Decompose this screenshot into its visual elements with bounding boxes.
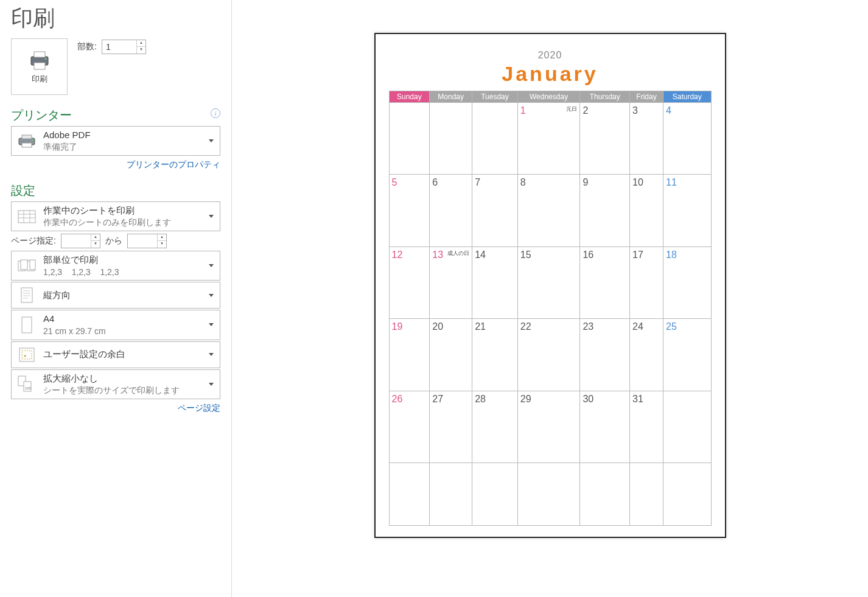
preview-page: 2020 January SundayMondayTuesdayWednesda… — [374, 33, 726, 538]
caret-down-icon — [209, 383, 214, 386]
calendar-day-number: 11 — [666, 177, 677, 187]
calendar-cell: 15 — [517, 246, 580, 318]
orientation-select[interactable]: 縦方向 — [11, 282, 220, 309]
page-icon — [16, 316, 37, 333]
calendar-cell: 20 — [430, 319, 472, 391]
chevron-up-icon[interactable]: ▲ — [137, 40, 145, 47]
calendar-cell: 17 — [630, 246, 663, 318]
printer-section-label: プリンター — [11, 108, 72, 122]
paper-size-select[interactable]: A4 21 cm x 29.7 cm — [11, 310, 220, 340]
margins-select[interactable]: ★ ユーザー設定の余白 — [11, 341, 220, 368]
calendar-weekday-header: Friday — [630, 91, 663, 103]
page-title: 印刷 — [11, 4, 220, 33]
calendar-day-number: 25 — [666, 321, 677, 332]
copies-label: 部数: — [77, 41, 97, 52]
scaling-icon: 100 — [16, 375, 37, 393]
calendar-cell: 31 — [630, 391, 663, 463]
calendar-day-note: 成人の日 — [447, 250, 469, 257]
calendar-day-note: 元日 — [566, 105, 577, 113]
collate-icon — [16, 259, 37, 273]
calendar-weekday-header: Sunday — [389, 91, 430, 103]
chevron-down-icon[interactable]: ▼ — [137, 47, 145, 54]
calendar-cell: 6 — [430, 175, 472, 246]
calendar-day-number: 3 — [632, 105, 638, 116]
calendar-day-number: 18 — [666, 250, 677, 260]
calendar-cell: 29 — [517, 391, 580, 463]
calendar-cell: 7 — [472, 175, 518, 246]
print-button-label: 印刷 — [32, 74, 47, 85]
page-from-input[interactable] — [61, 234, 91, 248]
scaling-main: 拡大縮小なし — [43, 372, 203, 385]
calendar-cell — [430, 103, 472, 175]
page-range-to-label: から — [105, 236, 122, 246]
calendar-month: January — [389, 62, 712, 86]
calendar-cell: 18 — [663, 246, 712, 318]
chevron-up-icon[interactable]: ▲ — [158, 234, 166, 241]
calendar-cell: 26 — [389, 391, 430, 463]
calendar-cell: 25 — [663, 319, 712, 391]
calendar-day-number: 5 — [392, 177, 397, 187]
calendar-cell — [389, 463, 430, 526]
calendar-day-number: 8 — [520, 177, 526, 187]
calendar-cell: 30 — [580, 391, 630, 463]
calendar-day-number: 31 — [632, 394, 643, 404]
settings-section-title: 設定 — [11, 183, 220, 199]
calendar-cell: 8 — [517, 175, 580, 246]
calendar-day-number: 27 — [432, 394, 443, 404]
page-from-stepper[interactable]: ▲ ▼ — [61, 234, 100, 248]
chevron-down-icon[interactable]: ▼ — [91, 241, 100, 248]
caret-down-icon — [209, 215, 214, 218]
chevron-up-icon[interactable]: ▲ — [91, 234, 100, 241]
print-what-select[interactable]: 作業中のシートを印刷 作業中のシートのみを印刷します — [11, 201, 220, 231]
calendar-cell — [580, 463, 630, 526]
page-setup-link[interactable]: ページ設定 — [11, 403, 220, 414]
print-what-main: 作業中のシートを印刷 — [43, 204, 203, 217]
calendar-cell: 13成人の日 — [430, 246, 472, 318]
scaling-select[interactable]: 100 拡大縮小なし シートを実際のサイズで印刷します — [11, 369, 220, 399]
printer-select[interactable]: Adobe PDF 準備完了 — [11, 126, 220, 156]
page-to-input[interactable] — [128, 234, 157, 248]
collate-sub: 1,2,3 1,2,3 1,2,3 — [43, 267, 203, 278]
calendar-table: SundayMondayTuesdayWednesdayThursdayFrid… — [389, 91, 712, 526]
copies-input[interactable] — [102, 40, 136, 54]
calendar-weekday-header: Wednesday — [517, 91, 580, 103]
calendar-weekday-header: Saturday — [663, 91, 712, 103]
calendar-day-number: 29 — [520, 394, 531, 404]
calendar-cell: 10 — [630, 175, 663, 246]
calendar-year: 2020 — [389, 50, 712, 61]
copies-stepper[interactable]: ▲ ▼ — [102, 40, 146, 54]
orientation-main: 縦方向 — [43, 289, 203, 301]
print-preview-area: 2020 January SundayMondayTuesdayWednesda… — [231, 0, 868, 597]
calendar-cell: 19 — [389, 319, 430, 391]
caret-down-icon — [209, 264, 214, 267]
calendar-cell: 5 — [389, 175, 430, 246]
calendar-cell — [472, 463, 518, 526]
calendar-cell — [472, 103, 518, 175]
calendar-weekday-header: Monday — [430, 91, 472, 103]
calendar-day-number: 26 — [392, 394, 403, 404]
svg-text:100: 100 — [25, 386, 32, 390]
calendar-weekday-header: Tuesday — [472, 91, 518, 103]
printer-section-title: プリンター i — [11, 107, 220, 124]
svg-rect-12 — [30, 260, 35, 270]
collate-select[interactable]: 部単位で印刷 1,2,3 1,2,3 1,2,3 — [11, 251, 220, 281]
calendar-weekday-header: Thursday — [580, 91, 630, 103]
calendar-cell: 11 — [663, 175, 712, 246]
svg-text:★: ★ — [23, 354, 27, 358]
page-to-stepper[interactable]: ▲ ▼ — [127, 234, 167, 248]
calendar-cell: 3 — [630, 103, 663, 175]
calendar-cell: 21 — [472, 319, 518, 391]
caret-down-icon — [209, 323, 214, 326]
printer-properties-link[interactable]: プリンターのプロパティ — [11, 159, 220, 170]
calendar-day-number: 14 — [475, 250, 486, 260]
svg-rect-8 — [18, 211, 35, 223]
calendar-day-number: 12 — [392, 250, 403, 260]
portrait-icon — [16, 287, 37, 303]
page-range-label: ページ指定: — [11, 236, 56, 246]
print-button[interactable]: 印刷 — [11, 38, 68, 95]
calendar-day-number: 19 — [392, 321, 403, 332]
print-what-sub: 作業中のシートのみを印刷します — [43, 217, 203, 228]
info-icon[interactable]: i — [211, 108, 220, 118]
svg-rect-1 — [34, 52, 45, 57]
chevron-down-icon[interactable]: ▼ — [158, 241, 166, 248]
